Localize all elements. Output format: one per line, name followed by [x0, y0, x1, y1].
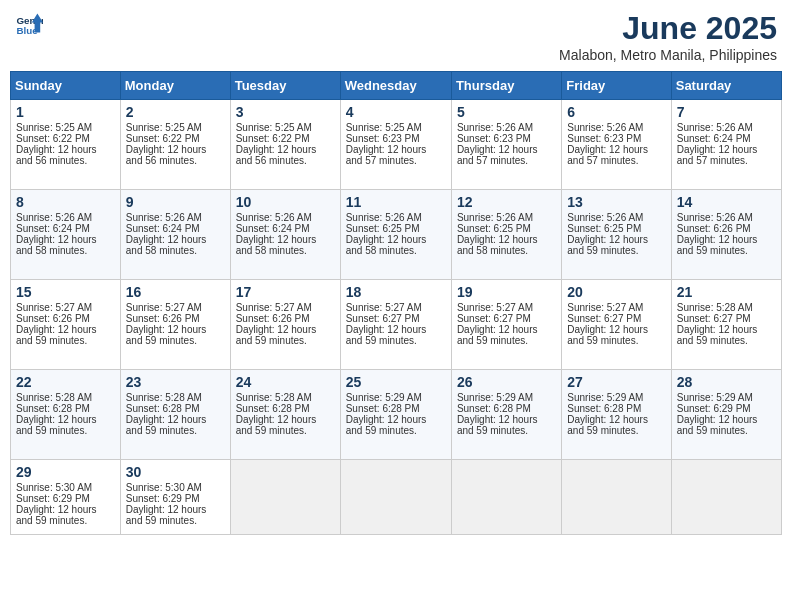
- day-info-line: Daylight: 12 hours: [677, 414, 776, 425]
- day-info-line: Sunset: 6:26 PM: [16, 313, 115, 324]
- day-number: 10: [236, 194, 335, 210]
- calendar-cell: 8Sunrise: 5:26 AMSunset: 6:24 PMDaylight…: [11, 190, 121, 280]
- day-number: 17: [236, 284, 335, 300]
- day-number: 8: [16, 194, 115, 210]
- day-info-line: and 59 minutes.: [236, 335, 335, 346]
- calendar-cell: 5Sunrise: 5:26 AMSunset: 6:23 PMDaylight…: [451, 100, 561, 190]
- day-number: 20: [567, 284, 665, 300]
- day-number: 25: [346, 374, 446, 390]
- day-info-line: and 57 minutes.: [567, 155, 665, 166]
- day-info-line: Sunset: 6:27 PM: [677, 313, 776, 324]
- day-info-line: Sunrise: 5:25 AM: [236, 122, 335, 133]
- day-number: 14: [677, 194, 776, 210]
- calendar-cell: 27Sunrise: 5:29 AMSunset: 6:28 PMDayligh…: [562, 370, 671, 460]
- day-info-line: and 58 minutes.: [126, 245, 225, 256]
- day-info-line: Sunrise: 5:28 AM: [677, 302, 776, 313]
- day-info-line: and 58 minutes.: [457, 245, 556, 256]
- day-number: 15: [16, 284, 115, 300]
- day-info-line: and 56 minutes.: [126, 155, 225, 166]
- day-info-line: and 57 minutes.: [677, 155, 776, 166]
- day-info-line: Daylight: 12 hours: [126, 504, 225, 515]
- day-info-line: Daylight: 12 hours: [236, 144, 335, 155]
- calendar-week-row: 15Sunrise: 5:27 AMSunset: 6:26 PMDayligh…: [11, 280, 782, 370]
- day-info-line: Sunrise: 5:26 AM: [567, 122, 665, 133]
- day-info-line: Sunrise: 5:27 AM: [236, 302, 335, 313]
- day-info-line: and 59 minutes.: [126, 335, 225, 346]
- day-info-line: Daylight: 12 hours: [457, 414, 556, 425]
- calendar-cell: 12Sunrise: 5:26 AMSunset: 6:25 PMDayligh…: [451, 190, 561, 280]
- location-subtitle: Malabon, Metro Manila, Philippines: [559, 47, 777, 63]
- day-info-line: Sunset: 6:26 PM: [126, 313, 225, 324]
- day-info-line: Daylight: 12 hours: [677, 144, 776, 155]
- day-info-line: and 56 minutes.: [236, 155, 335, 166]
- day-number: 4: [346, 104, 446, 120]
- day-info-line: Daylight: 12 hours: [346, 414, 446, 425]
- day-number: 7: [677, 104, 776, 120]
- day-info-line: and 59 minutes.: [567, 335, 665, 346]
- day-number: 11: [346, 194, 446, 210]
- day-info-line: and 59 minutes.: [346, 425, 446, 436]
- calendar-cell: 29Sunrise: 5:30 AMSunset: 6:29 PMDayligh…: [11, 460, 121, 535]
- day-info-line: Daylight: 12 hours: [346, 144, 446, 155]
- day-info-line: Daylight: 12 hours: [16, 144, 115, 155]
- calendar-cell: 23Sunrise: 5:28 AMSunset: 6:28 PMDayligh…: [120, 370, 230, 460]
- day-info-line: Daylight: 12 hours: [126, 414, 225, 425]
- day-info-line: Daylight: 12 hours: [677, 324, 776, 335]
- day-info-line: Sunrise: 5:26 AM: [677, 212, 776, 223]
- day-number: 9: [126, 194, 225, 210]
- day-info-line: Sunset: 6:25 PM: [346, 223, 446, 234]
- day-number: 27: [567, 374, 665, 390]
- day-number: 12: [457, 194, 556, 210]
- day-info-line: Daylight: 12 hours: [457, 234, 556, 245]
- day-info-line: Sunrise: 5:26 AM: [126, 212, 225, 223]
- day-info-line: Sunrise: 5:25 AM: [16, 122, 115, 133]
- calendar-cell: 21Sunrise: 5:28 AMSunset: 6:27 PMDayligh…: [671, 280, 781, 370]
- calendar-cell: 13Sunrise: 5:26 AMSunset: 6:25 PMDayligh…: [562, 190, 671, 280]
- day-info-line: Daylight: 12 hours: [457, 324, 556, 335]
- day-number: 13: [567, 194, 665, 210]
- day-info-line: Daylight: 12 hours: [236, 324, 335, 335]
- calendar-cell: [671, 460, 781, 535]
- day-number: 26: [457, 374, 556, 390]
- day-info-line: Sunrise: 5:29 AM: [346, 392, 446, 403]
- calendar-table: SundayMondayTuesdayWednesdayThursdayFrid…: [10, 71, 782, 535]
- day-info-line: and 59 minutes.: [16, 335, 115, 346]
- day-info-line: Sunset: 6:24 PM: [236, 223, 335, 234]
- calendar-cell: [230, 460, 340, 535]
- day-number: 3: [236, 104, 335, 120]
- day-info-line: and 59 minutes.: [457, 425, 556, 436]
- day-info-line: Sunset: 6:27 PM: [346, 313, 446, 324]
- day-info-line: Sunset: 6:29 PM: [677, 403, 776, 414]
- day-info-line: and 59 minutes.: [677, 425, 776, 436]
- day-info-line: Sunrise: 5:29 AM: [677, 392, 776, 403]
- calendar-cell: 18Sunrise: 5:27 AMSunset: 6:27 PMDayligh…: [340, 280, 451, 370]
- day-number: 24: [236, 374, 335, 390]
- logo: General Blue: [15, 10, 43, 38]
- day-number: 21: [677, 284, 776, 300]
- calendar-cell: 15Sunrise: 5:27 AMSunset: 6:26 PMDayligh…: [11, 280, 121, 370]
- day-info-line: Sunrise: 5:26 AM: [236, 212, 335, 223]
- day-info-line: Daylight: 12 hours: [567, 324, 665, 335]
- day-info-line: and 59 minutes.: [346, 335, 446, 346]
- day-info-line: Sunset: 6:28 PM: [126, 403, 225, 414]
- day-info-line: Sunset: 6:25 PM: [567, 223, 665, 234]
- day-info-line: and 58 minutes.: [346, 245, 446, 256]
- calendar-cell: 17Sunrise: 5:27 AMSunset: 6:26 PMDayligh…: [230, 280, 340, 370]
- calendar-cell: 10Sunrise: 5:26 AMSunset: 6:24 PMDayligh…: [230, 190, 340, 280]
- calendar-week-row: 29Sunrise: 5:30 AMSunset: 6:29 PMDayligh…: [11, 460, 782, 535]
- calendar-cell: [451, 460, 561, 535]
- day-info-line: Sunset: 6:24 PM: [677, 133, 776, 144]
- day-info-line: Sunrise: 5:28 AM: [236, 392, 335, 403]
- day-info-line: and 59 minutes.: [677, 335, 776, 346]
- weekday-header-friday: Friday: [562, 72, 671, 100]
- day-info-line: Sunrise: 5:26 AM: [16, 212, 115, 223]
- calendar-cell: 30Sunrise: 5:30 AMSunset: 6:29 PMDayligh…: [120, 460, 230, 535]
- day-info-line: and 59 minutes.: [457, 335, 556, 346]
- day-info-line: Daylight: 12 hours: [126, 324, 225, 335]
- day-info-line: Sunrise: 5:26 AM: [677, 122, 776, 133]
- day-info-line: Daylight: 12 hours: [16, 504, 115, 515]
- day-info-line: and 57 minutes.: [457, 155, 556, 166]
- calendar-cell: 25Sunrise: 5:29 AMSunset: 6:28 PMDayligh…: [340, 370, 451, 460]
- calendar-cell: 7Sunrise: 5:26 AMSunset: 6:24 PMDaylight…: [671, 100, 781, 190]
- day-info-line: Daylight: 12 hours: [16, 414, 115, 425]
